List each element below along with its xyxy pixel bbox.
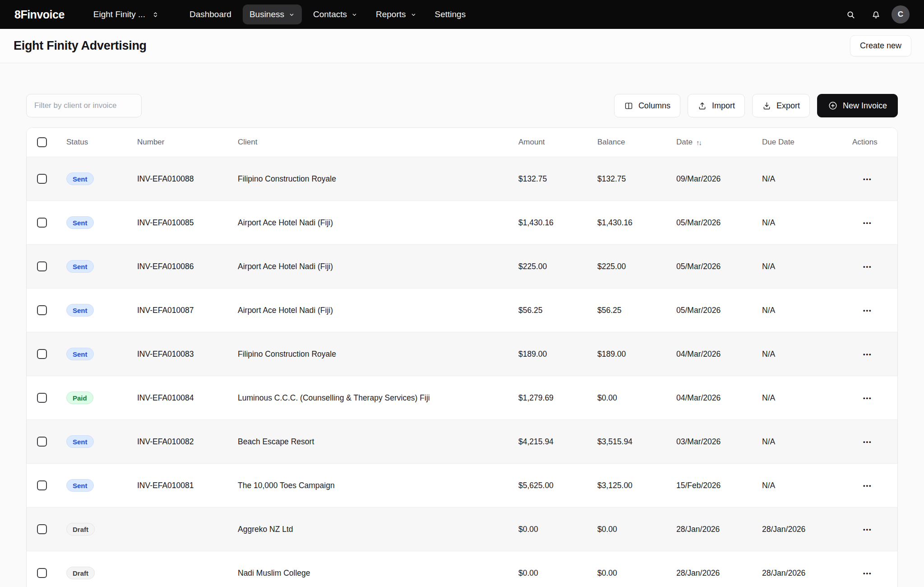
column-header-number[interactable]: Number	[137, 138, 238, 147]
balance-value: $56.25	[597, 306, 676, 315]
status-badge: Draft	[66, 523, 95, 536]
row-checkbox[interactable]	[37, 261, 47, 271]
status-badge: Sent	[66, 348, 94, 360]
export-button[interactable]: Export	[752, 94, 810, 117]
row-cell-status: Sent	[66, 435, 137, 448]
table-row[interactable]: SentINV-EFA010088Filipino Construction R…	[27, 157, 897, 200]
balance-value: $3,515.94	[597, 437, 676, 447]
row-actions-button[interactable]: •••	[860, 303, 897, 317]
invoice-number: INV-EFA010088	[137, 174, 238, 184]
column-header-amount[interactable]: Amount	[518, 138, 597, 147]
row-cell-actions: •••	[852, 172, 897, 186]
row-actions-button[interactable]: •••	[860, 522, 897, 536]
table-row[interactable]: SentINV-EFA010083Filipino Construction R…	[27, 332, 897, 376]
row-actions-button[interactable]: •••	[860, 216, 897, 230]
row-cell-status: Sent	[66, 479, 137, 492]
column-header-balance[interactable]: Balance	[597, 138, 676, 147]
row-cell-actions: •••	[852, 260, 897, 274]
top-nav: 8Finvoice Eight Finity ... Dashboard Bus…	[0, 0, 924, 29]
client-name: Nadi Muslim College	[238, 568, 518, 578]
import-button[interactable]: Import	[688, 94, 745, 117]
new-invoice-button[interactable]: New Invoice	[817, 94, 898, 117]
column-header-status[interactable]: Status	[66, 138, 137, 147]
table-row[interactable]: SentINV-EFA010086Airport Ace Hotel Nadi …	[27, 244, 897, 288]
row-checkbox[interactable]	[37, 568, 47, 578]
client-name: Aggreko NZ Ltd	[238, 525, 518, 534]
nav-item-reports[interactable]: Reports	[369, 5, 424, 24]
row-cell-checkbox	[27, 568, 66, 578]
select-all-checkbox[interactable]	[37, 137, 47, 147]
row-checkbox[interactable]	[37, 480, 47, 490]
download-icon	[762, 101, 772, 111]
nav-item-contacts[interactable]: Contacts	[306, 5, 365, 24]
header-cell-checkbox	[27, 137, 66, 147]
amount-value: $5,625.00	[518, 481, 597, 490]
table-row[interactable]: SentINV-EFA010081The 10,000 Toes Campaig…	[27, 463, 897, 507]
due-date-value: N/A	[762, 437, 852, 447]
sort-arrows-icon: ↑↓	[696, 139, 701, 146]
row-actions-button[interactable]: •••	[860, 172, 897, 186]
row-checkbox[interactable]	[37, 305, 47, 315]
row-actions-button[interactable]: •••	[860, 479, 897, 493]
nav-item-business[interactable]: Business	[243, 5, 302, 24]
balance-value: $0.00	[597, 393, 676, 403]
row-cell-actions: •••	[852, 216, 897, 230]
nav-item-dashboard[interactable]: Dashboard	[183, 5, 238, 24]
column-header-client[interactable]: Client	[238, 138, 518, 147]
due-date-value: N/A	[762, 349, 852, 359]
date-value: 09/Mar/2026	[676, 174, 762, 184]
column-header-date[interactable]: Date ↑↓	[676, 138, 762, 147]
status-badge: Sent	[66, 479, 94, 492]
row-cell-checkbox	[27, 349, 66, 359]
due-date-value: 28/Jan/2026	[762, 568, 852, 578]
table-row[interactable]: SentINV-EFA010085Airport Ace Hotel Nadi …	[27, 200, 897, 244]
row-actions-button[interactable]: •••	[860, 435, 897, 449]
nav-item-settings[interactable]: Settings	[428, 5, 473, 24]
row-actions-button[interactable]: •••	[860, 391, 897, 405]
create-new-button[interactable]: Create new	[850, 35, 911, 56]
row-checkbox[interactable]	[37, 437, 47, 447]
bell-icon	[871, 9, 881, 20]
table-row[interactable]: DraftAggreko NZ Ltd$0.00$0.0028/Jan/2026…	[27, 507, 897, 551]
invoice-number: INV-EFA010084	[137, 393, 238, 403]
row-cell-checkbox	[27, 524, 66, 534]
row-actions-button[interactable]: •••	[860, 260, 897, 274]
row-checkbox[interactable]	[37, 349, 47, 359]
date-value: 28/Jan/2026	[676, 568, 762, 578]
row-cell-actions: •••	[852, 303, 897, 317]
search-button[interactable]	[841, 5, 860, 24]
filter-input[interactable]	[26, 94, 142, 117]
client-name: Beach Escape Resort	[238, 437, 518, 447]
table-row[interactable]: DraftNadi Muslim College$0.00$0.0028/Jan…	[27, 551, 897, 587]
row-checkbox[interactable]	[37, 174, 47, 184]
invoice-number: INV-EFA010087	[137, 306, 238, 315]
table-row[interactable]: SentINV-EFA010087Airport Ace Hotel Nadi …	[27, 288, 897, 332]
date-value: 04/Mar/2026	[676, 349, 762, 359]
row-actions-button[interactable]: •••	[860, 347, 897, 361]
nav-right-actions: C	[841, 5, 910, 24]
table-row[interactable]: PaidINV-EFA010084Luminous C.C.C. (Counse…	[27, 376, 897, 419]
client-name: Airport Ace Hotel Nadi (Fiji)	[238, 306, 518, 315]
due-date-value: N/A	[762, 262, 852, 271]
amount-value: $1,279.69	[518, 393, 597, 403]
row-checkbox[interactable]	[37, 393, 47, 403]
business-switcher[interactable]: Eight Finity ...	[93, 9, 159, 19]
page-title: Eight Finity Advertising	[14, 39, 147, 53]
row-cell-checkbox	[27, 174, 66, 184]
status-badge: Sent	[66, 260, 94, 273]
balance-value: $1,430.16	[597, 218, 676, 228]
table-row[interactable]: SentINV-EFA010082Beach Escape Resort$4,2…	[27, 419, 897, 463]
table-header-row: Status Number Client Amount Balance Date…	[27, 128, 897, 157]
column-header-due-date[interactable]: Due Date	[762, 138, 852, 147]
row-checkbox[interactable]	[37, 524, 47, 534]
row-checkbox[interactable]	[37, 218, 47, 228]
row-cell-status: Draft	[66, 567, 137, 579]
columns-button[interactable]: Columns	[614, 94, 680, 117]
row-actions-button[interactable]: •••	[860, 566, 897, 580]
amount-value: $0.00	[518, 568, 597, 578]
invoice-number: INV-EFA010082	[137, 437, 238, 447]
invoice-number: INV-EFA010085	[137, 218, 238, 228]
row-cell-status: Sent	[66, 172, 137, 185]
user-avatar[interactable]: C	[892, 5, 910, 23]
notifications-button[interactable]	[866, 5, 885, 24]
